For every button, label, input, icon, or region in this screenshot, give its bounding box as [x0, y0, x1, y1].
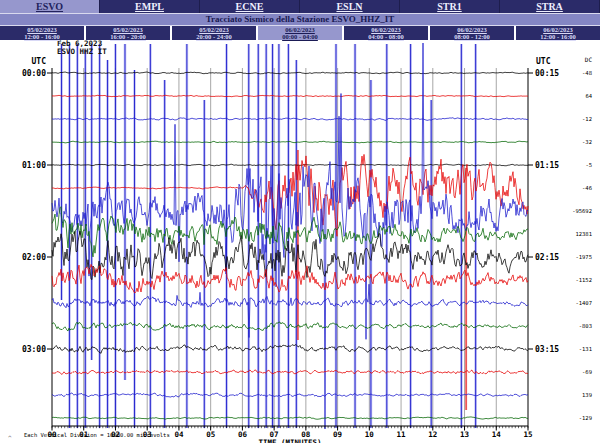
- time-window-date: 06/02/2023: [344, 26, 428, 33]
- time-window-button-5[interactable]: 06/02/202308:00 - 12:00: [430, 26, 514, 40]
- chart-label: 13: [460, 430, 470, 439]
- tab-stra[interactable]: STRA: [500, 0, 600, 13]
- time-window-buttons: 05/02/202312:00 - 16:0005/02/202316:00 -…: [0, 26, 600, 40]
- time-window-button-2[interactable]: 05/02/202320:00 - 24:00: [172, 26, 256, 40]
- tab-ecne[interactable]: ECNE: [200, 0, 300, 13]
- chart-label: -48: [582, 70, 592, 76]
- chart-label: 09: [333, 430, 343, 439]
- chart-label: -131: [579, 346, 592, 352]
- chart-label: ^: [8, 434, 12, 441]
- time-window-date: 06/02/2023: [258, 26, 342, 33]
- chart-label: -95692: [572, 208, 592, 214]
- chart-label: -1975: [575, 254, 592, 260]
- time-window-button-6[interactable]: 06/02/202312:00 - 16:00: [516, 26, 600, 40]
- chart-label: -32: [582, 139, 592, 145]
- time-window-range: 04:00 - 08:00: [344, 33, 428, 40]
- chart-label: TIME (MINUTES): [258, 438, 321, 443]
- tab-str1[interactable]: STR1: [400, 0, 500, 13]
- chart-label: 12381: [575, 231, 592, 237]
- chart-label: -1407: [575, 300, 592, 306]
- chart-label: -69: [582, 369, 592, 375]
- chart-label: 02:00: [22, 253, 46, 262]
- time-window-button-4[interactable]: 06/02/202304:00 - 08:00: [344, 26, 428, 40]
- chart-label: -46: [582, 185, 592, 191]
- chart-label: ESVO HHZ IT: [57, 47, 107, 56]
- chart-label: UTC: [32, 57, 47, 66]
- chart-label: 15: [523, 430, 532, 439]
- chart-label: 01:15: [535, 161, 559, 170]
- time-window-range: 12:00 - 16:00: [0, 33, 84, 40]
- time-window-date: 06/02/2023: [516, 26, 600, 33]
- chart-label: 04: [174, 430, 184, 439]
- time-window-button-0[interactable]: 05/02/202312:00 - 16:00: [0, 26, 84, 40]
- chart-label: 14: [492, 430, 502, 439]
- time-window-range: 08:00 - 12:00: [430, 33, 514, 40]
- time-window-range: 16:00 - 20:00: [86, 33, 170, 40]
- time-window-range: 20:00 - 24:00: [172, 33, 256, 40]
- chart-label: DC: [585, 56, 593, 63]
- chart-label: 06: [238, 430, 248, 439]
- chart-label: -129: [579, 415, 592, 421]
- chart-label: 03:00: [22, 345, 46, 354]
- chart-label: 10: [365, 430, 375, 439]
- seismogram-chart: 00010203040506070809101112131415TIME (MI…: [0, 0, 600, 443]
- chart-label: 139: [582, 392, 592, 398]
- time-window-date: 06/02/2023: [430, 26, 514, 33]
- time-window-range: 12:00 - 16:00: [516, 33, 600, 40]
- chart-label: -5: [585, 162, 592, 168]
- chart-label: UTC: [536, 57, 551, 66]
- tab-esvo[interactable]: ESVO: [0, 0, 100, 13]
- chart-label: 11: [397, 430, 407, 439]
- time-window-date: 05/02/2023: [86, 26, 170, 33]
- chart-label: -803: [579, 323, 592, 329]
- chart-label: 03:15: [535, 345, 559, 354]
- time-window-range: 00:00 - 04:00: [258, 33, 342, 40]
- chart-label: -1152: [575, 277, 592, 283]
- seismogram-page: 00010203040506070809101112131415TIME (MI…: [0, 0, 600, 443]
- tab-empl[interactable]: EMPL: [100, 0, 200, 13]
- station-tabs: ESVOEMPLECNEESLNSTR1STRA: [0, 0, 600, 13]
- chart-label: 02:15: [535, 253, 559, 262]
- chart-label: -12: [582, 116, 592, 122]
- time-window-button-3[interactable]: 06/02/202300:00 - 04:00: [258, 26, 342, 40]
- header-chrome: ESVOEMPLECNEESLNSTR1STRA Tracciato Sismi…: [0, 0, 600, 40]
- time-window-button-1[interactable]: 05/02/202316:00 - 20:00: [86, 26, 170, 40]
- title-bar: Tracciato Sismico della Stazione ESVO_HH…: [0, 13, 600, 26]
- chart-label: 05: [206, 430, 215, 439]
- chart-label: 12: [428, 430, 437, 439]
- time-window-date: 05/02/2023: [0, 26, 84, 33]
- chart-label: Each Vertical Division = 10000.00 microv…: [24, 432, 170, 438]
- chart-label: 00:00: [22, 69, 46, 78]
- chart-label: 01:00: [22, 161, 46, 170]
- tab-esln[interactable]: ESLN: [300, 0, 400, 13]
- page-title: Tracciato Sismico della Stazione ESVO_HH…: [206, 14, 395, 24]
- time-window-date: 05/02/2023: [172, 26, 256, 33]
- chart-label: 00:15: [535, 69, 559, 78]
- chart-label: 64: [585, 93, 592, 99]
